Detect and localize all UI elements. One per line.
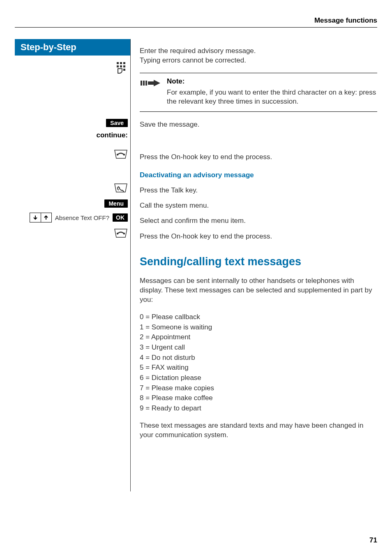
note-title: Note: xyxy=(167,77,377,86)
absence-row: Absence Text OFF? OK xyxy=(15,213,130,222)
deactivate-heading: Deactivating an advisory message xyxy=(140,171,377,179)
svg-rect-5 xyxy=(123,65,125,67)
talk-icon-row xyxy=(15,183,130,195)
step-by-step-bar: Step-by-Step xyxy=(15,39,130,56)
list-item: 1 = Someone is waiting xyxy=(140,322,377,333)
section2-heading: Sending/calling text messages xyxy=(140,255,377,268)
svg-point-9 xyxy=(117,233,118,234)
svg-rect-1 xyxy=(120,62,122,64)
section2-outro: These text messages are standard texts a… xyxy=(140,421,377,440)
list-item: 7 = Please make copies xyxy=(140,383,377,394)
section2-intro: Messages can be sent internally to other… xyxy=(140,276,377,305)
down-arrow-icon[interactable] xyxy=(30,213,41,222)
up-arrow-icon[interactable] xyxy=(41,213,51,222)
svg-rect-3 xyxy=(117,65,119,67)
list-item: 4 = Do not disturb xyxy=(140,353,377,363)
list-item: 2 = Appointment xyxy=(140,332,377,343)
note-box: Note: For example, if you want to enter … xyxy=(140,73,377,112)
onhook-key-icon xyxy=(114,149,128,161)
save-pill-row: Save xyxy=(15,119,130,127)
save-button[interactable]: Save xyxy=(106,119,128,127)
intro-line1: Enter the required advisory message. xyxy=(140,46,377,56)
left-column: Step-by-Step Save xyxy=(15,39,131,491)
svg-point-7 xyxy=(117,154,118,155)
svg-point-10 xyxy=(123,233,125,234)
onhook-text-1: Press the On-hook key to end the process… xyxy=(140,153,377,162)
svg-rect-6 xyxy=(123,69,125,71)
right-column: Enter the required advisory message. Typ… xyxy=(131,39,377,440)
onhook-icon-row-2 xyxy=(15,228,130,240)
menu-text: Call the system menu. xyxy=(140,201,377,211)
svg-rect-12 xyxy=(143,81,145,86)
list-item: 0 = Please callback xyxy=(140,312,377,322)
onhook-icon-row-1 xyxy=(15,149,130,161)
svg-rect-14 xyxy=(148,81,154,85)
list-item: 8 = Please make coffee xyxy=(140,393,377,403)
save-text: Save the message. xyxy=(140,120,377,130)
keypad-icon xyxy=(115,61,128,75)
onhook-text-2: Press the On-hook key to end the process… xyxy=(140,232,377,241)
continue-label: continue: xyxy=(15,131,130,139)
intro-line2: Typing errors cannot be corrected. xyxy=(140,56,377,65)
ok-button[interactable]: OK xyxy=(113,213,128,222)
svg-rect-4 xyxy=(120,65,122,67)
message-list: 0 = Please callback 1 = Someone is waiti… xyxy=(140,312,377,413)
list-item: 5 = FAX waiting xyxy=(140,363,377,373)
list-item: 9 = Ready to depart xyxy=(140,403,377,414)
onhook-key-icon xyxy=(114,228,128,240)
talk-text: Press the Talk key. xyxy=(140,186,377,195)
content-row: Step-by-Step Save xyxy=(15,39,377,491)
note-pointer-icon xyxy=(140,77,167,107)
svg-rect-0 xyxy=(117,62,119,64)
menu-button[interactable]: Menu xyxy=(104,199,128,208)
menu-pill-row: Menu xyxy=(15,199,130,208)
absence-display-text: Absence Text OFF? xyxy=(55,214,109,221)
talk-key-icon xyxy=(114,183,128,195)
absence-text: Select and confirm the menu item. xyxy=(140,216,377,226)
note-body: For example, if you want to enter the th… xyxy=(167,88,377,107)
page: Message functions Step-by-Step xyxy=(0,0,392,556)
page-number: 71 xyxy=(369,536,377,544)
svg-point-8 xyxy=(123,154,125,155)
svg-rect-11 xyxy=(141,81,142,86)
svg-rect-13 xyxy=(145,81,147,86)
svg-rect-2 xyxy=(123,62,125,64)
list-item: 6 = Dictation please xyxy=(140,373,377,383)
up-down-selector[interactable] xyxy=(30,213,52,222)
list-item: 3 = Urgent call xyxy=(140,343,377,353)
keypad-icon-row xyxy=(15,61,130,75)
header-section-title: Message functions xyxy=(15,16,377,28)
